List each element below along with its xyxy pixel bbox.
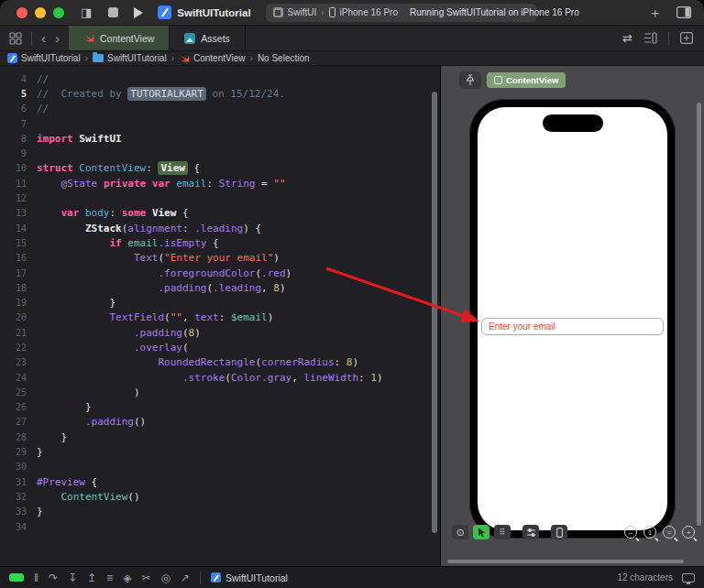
line-number[interactable]: 26 [0,402,37,412]
code-line[interactable]: 6// [0,102,440,116]
code-line[interactable]: 15 if email.isEmpty { [0,235,440,250]
line-number[interactable]: 13 [0,208,37,218]
code-line[interactable]: 7 [0,116,440,131]
breakpoints-toggle[interactable] [9,573,24,582]
line-number[interactable]: 18 [0,283,37,293]
navigator-sidebar-toggle-icon[interactable]: ◨ [81,6,92,18]
line-number[interactable]: 9 [0,148,37,158]
line-number[interactable]: 29 [0,447,37,457]
line-number[interactable]: 12 [0,193,37,203]
code-line[interactable]: 9 [0,146,440,160]
pause-icon[interactable]: ‖ [34,572,38,583]
canvas-horizontal-scrollbar[interactable] [447,560,684,563]
code-line[interactable]: 11 @State private var email: String = "" [0,176,440,191]
line-number[interactable]: 24 [0,373,37,383]
code-line[interactable]: 16 Text("Enter your email") [0,251,440,266]
code-line[interactable]: 14 ZStack(alignment: .leading) { [0,221,440,235]
editor-scrollbar[interactable] [432,92,437,533]
line-number[interactable]: 23 [0,357,37,367]
code-line[interactable]: 26 } [0,400,440,415]
code-line[interactable]: 12 [0,191,440,205]
scheme-destination-bar[interactable]: SwiftUI › iPhone 16 Pro Running SwiftUIT… [266,4,537,22]
code-line[interactable]: 24 .stroke(Color.gray, lineWidth: 1) [0,370,440,385]
zoom-in-button[interactable]: + [682,526,695,539]
step-over-icon[interactable]: ↷ [49,572,58,583]
line-number[interactable]: 31 [0,477,37,487]
library-plus-icon[interactable]: ＋ [648,5,662,19]
code-line[interactable]: 34 [0,519,440,534]
line-number[interactable]: 32 [0,492,37,502]
editor-options-icon[interactable] [676,6,691,18]
line-number[interactable]: 30 [0,462,37,472]
line-number[interactable]: 4 [0,74,37,84]
view-hierarchy-icon[interactable]: ≡ [106,572,113,583]
zoom-actual-size-button[interactable]: 1 [644,526,656,539]
minimize-window-button[interactable] [35,7,46,18]
line-number[interactable]: 25 [0,387,37,397]
line-number[interactable]: 8 [0,134,37,144]
destination-label[interactable]: iPhone 16 Pro [340,7,398,17]
line-number[interactable]: 11 [0,179,37,189]
zoom-out-button[interactable]: – [624,526,637,539]
display-icon[interactable] [682,573,695,583]
line-number[interactable]: 34 [0,522,37,532]
line-number[interactable]: 17 [0,268,37,278]
line-number[interactable]: 33 [0,506,37,517]
zoom-fit-button[interactable]: = [663,526,676,539]
environment-overrides-icon[interactable]: ✂ [141,572,150,583]
line-number[interactable]: 28 [0,432,37,442]
code-line[interactable]: 8import SwiftUI [0,131,440,146]
line-number[interactable]: 6 [0,103,37,114]
tab-assets[interactable]: Assets [170,26,246,50]
breadcrumb-file[interactable]: ContentView [179,53,246,64]
run-button[interactable] [134,7,143,18]
breadcrumb-group[interactable]: SwiftUITutorial [93,53,167,63]
minimap-icon[interactable] [644,32,657,44]
preview-email-textfield[interactable]: Enter your email [481,318,664,335]
breadcrumb-project[interactable]: SwiftUITutorial [7,53,81,63]
code-line[interactable]: 28 } [0,430,440,444]
preview-target-badge[interactable]: ContentView [487,72,566,88]
back-icon[interactable]: ‹ [41,30,46,46]
device-settings-button[interactable] [522,525,539,539]
code-line[interactable]: 29} [0,444,440,459]
code-line[interactable]: 33} [0,505,440,519]
code-line[interactable]: 21 .padding(8) [0,325,440,340]
add-editor-icon[interactable] [680,32,693,44]
code-line[interactable]: 20 TextField("", text: $email) [0,310,440,325]
line-number[interactable]: 22 [0,343,37,353]
breadcrumb-selection[interactable]: No Selection [258,53,310,63]
code-line[interactable]: 18 .padding(.leading, 8) [0,280,440,295]
scheme-label[interactable]: SwiftUI [288,7,317,17]
source-editor[interactable]: 4//5// Created by TUTORIALKART on 15/12/… [0,66,440,566]
code-line[interactable]: 22 .overlay( [0,340,440,354]
code-line[interactable]: 19 } [0,295,440,310]
line-number[interactable]: 20 [0,312,37,322]
step-out-icon[interactable]: ↥ [87,572,96,583]
close-window-button[interactable] [16,7,28,18]
tab-contentview[interactable]: ContentView [69,26,170,50]
selectable-mode-button[interactable] [473,525,490,539]
line-number[interactable]: 14 [0,223,37,234]
code-line[interactable]: 10struct ContentView: View { [0,161,440,176]
step-into-icon[interactable]: ↧ [68,572,77,583]
memory-graph-icon[interactable]: ◈ [123,572,131,583]
live-preview-button[interactable]: ⊙ [452,525,468,539]
code-line[interactable]: 31#Preview { [0,474,440,489]
forward-icon[interactable]: › [55,30,60,46]
zoom-window-button[interactable] [53,7,64,18]
code-line[interactable]: 5// Created by TUTORIALKART on 15/12/24. [0,86,440,101]
code-line[interactable]: 23 RoundedRectangle(cornerRadius: 8) [0,355,440,370]
line-number[interactable]: 21 [0,328,37,338]
line-number[interactable]: 7 [0,119,37,129]
preview-device-button[interactable] [551,525,567,539]
tab-overview-icon[interactable] [9,32,22,45]
related-items-swap-icon[interactable]: ⇄ [622,32,632,44]
code-line[interactable]: 27 .padding() [0,415,440,430]
running-process[interactable]: SwiftUITutorial [211,572,288,583]
code-line[interactable]: 32 ContentView() [0,489,440,504]
line-number[interactable]: 5 [0,89,37,99]
code-line[interactable]: 13 var body: some View { [0,206,440,221]
line-number[interactable]: 16 [0,253,37,263]
line-number[interactable]: 15 [0,238,37,248]
